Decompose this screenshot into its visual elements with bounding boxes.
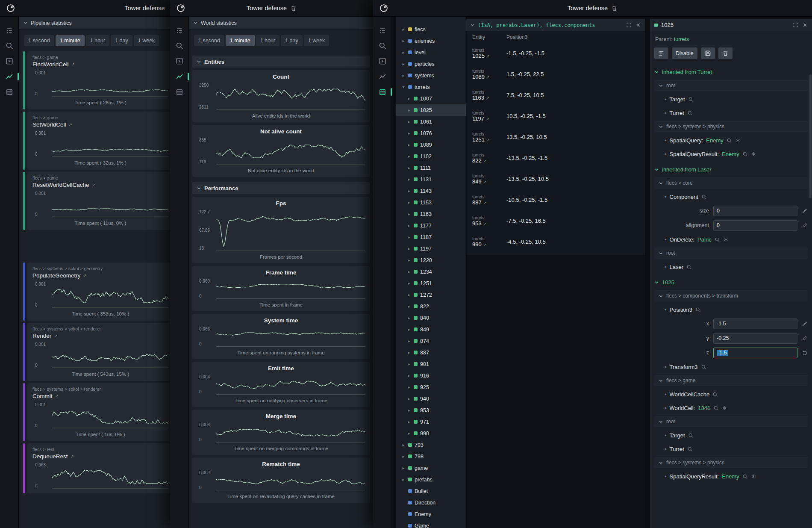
wildcard-icon[interactable] xyxy=(735,138,741,143)
tree-item-enemies[interactable]: ▸enemies xyxy=(396,35,466,47)
delete-world-icon[interactable] xyxy=(290,5,297,12)
external-link-icon[interactable]: ↗ xyxy=(483,180,486,184)
table-row-1197[interactable]: turrets1197 ↗10.5, -0.25, -1.5 xyxy=(466,106,645,127)
search-icon[interactable] xyxy=(742,151,748,157)
tree-item-enemy[interactable]: Enemy xyxy=(396,508,466,520)
component-group-root[interactable]: root xyxy=(654,80,808,91)
disable-button[interactable]: Disable xyxy=(672,47,697,59)
tab-1-minute[interactable]: 1 minute xyxy=(226,35,255,46)
expand-arrow-icon[interactable]: ▸ xyxy=(407,212,411,216)
expand-arrow-icon[interactable]: ▸ xyxy=(407,396,411,401)
tab-1-week[interactable]: 1 week xyxy=(134,35,159,46)
tab-1-day[interactable]: 1 day xyxy=(111,35,132,46)
flecs-logo-icon[interactable] xyxy=(379,3,388,13)
external-link-icon[interactable]: ↗ xyxy=(486,96,489,100)
external-link-icon[interactable]: ↗ xyxy=(71,454,74,459)
component-item-target[interactable]: •Target xyxy=(654,428,808,442)
section-header-performance[interactable]: Performance xyxy=(192,182,370,194)
tab-1-day[interactable]: 1 day xyxy=(281,35,303,46)
close-icon[interactable] xyxy=(802,22,808,28)
tree-item-849[interactable]: ▸849 xyxy=(396,324,466,335)
external-link-icon[interactable]: ↗ xyxy=(486,54,490,59)
component-item-component[interactable]: •Component xyxy=(654,190,808,204)
tree-item-flecs[interactable]: ▸flecs xyxy=(396,24,466,35)
component-group-root[interactable]: root xyxy=(654,416,808,427)
expand-arrow-icon[interactable]: ▸ xyxy=(407,119,411,124)
expand-arrow-icon[interactable]: ▸ xyxy=(401,477,406,482)
external-link-icon[interactable]: ↗ xyxy=(483,201,486,205)
table-row-953[interactable]: turrets953 ↗-7.5, -0.25, 16.5 xyxy=(466,210,645,231)
component-item-worldcell[interactable]: •WorldCell:1341 xyxy=(654,401,808,415)
tree-item-1089[interactable]: ▸1089 xyxy=(396,139,466,150)
tree-item-1076[interactable]: ▸1076 xyxy=(396,127,466,139)
undo-icon[interactable] xyxy=(802,350,808,356)
expand-arrow-icon[interactable]: ▸ xyxy=(407,246,411,251)
expand-arrow-icon[interactable]: ▸ xyxy=(407,200,411,205)
expand-arrow-icon[interactable]: ▸ xyxy=(401,454,406,459)
tree-item-953[interactable]: ▸953 xyxy=(396,404,466,416)
wildcard-icon[interactable] xyxy=(751,151,756,157)
component-item-turret[interactable]: •Turret xyxy=(654,442,808,456)
search-icon[interactable] xyxy=(727,138,732,143)
expand-arrow-icon[interactable]: ▸ xyxy=(407,339,411,343)
expand-arrow-icon[interactable]: ▸ xyxy=(407,373,411,378)
edit-icon[interactable] xyxy=(802,335,808,341)
tree-item-925[interactable]: ▸925 xyxy=(396,381,466,393)
tree-item-887[interactable]: ▸887 xyxy=(396,347,466,358)
tree-item-971[interactable]: ▸971 xyxy=(396,416,466,428)
expand-arrow-icon[interactable]: ▸ xyxy=(407,189,411,193)
field-input-size[interactable]: 0 xyxy=(713,206,797,216)
search-icon[interactable] xyxy=(701,364,706,370)
expand-arrow-icon[interactable]: ▸ xyxy=(407,154,411,159)
tree-item-1061[interactable]: ▸1061 xyxy=(396,116,466,127)
table-row-822[interactable]: turrets822 ↗-13.5, -0.25, -1.5 xyxy=(466,147,645,168)
tree-item-1163[interactable]: ▸1163 xyxy=(396,208,466,220)
component-item-spatialquery[interactable]: •SpatialQuery:Enemy xyxy=(654,133,808,147)
expand-arrow-icon[interactable]: ▸ xyxy=(407,281,411,286)
tree-item-1025[interactable]: ▸1025 xyxy=(396,104,466,116)
expand-arrow-icon[interactable]: ▸ xyxy=(407,177,411,182)
tree-item-916[interactable]: ▸916 xyxy=(396,370,466,381)
tree-item-1251[interactable]: ▸1251 xyxy=(396,277,466,289)
inspector-icon[interactable] xyxy=(5,57,14,65)
tree-item-1131[interactable]: ▸1131 xyxy=(396,174,466,185)
pipeline-panel-header[interactable]: Pipeline statistics xyxy=(19,17,177,29)
field-input-z[interactable]: -1.5 xyxy=(713,348,797,358)
edit-icon[interactable] xyxy=(802,208,808,214)
world-panel-header[interactable]: World statistics xyxy=(189,17,373,29)
expand-arrow-icon[interactable]: ▸ xyxy=(407,385,411,389)
entities-icon[interactable] xyxy=(5,26,14,35)
tree-item-particles[interactable]: ▸particles xyxy=(396,58,466,70)
expand-arrow-icon[interactable]: ▸ xyxy=(407,269,411,274)
expand-arrow-icon[interactable]: ▸ xyxy=(407,258,411,263)
expand-arrow-icon[interactable]: ▸ xyxy=(407,235,411,239)
tab-1-second[interactable]: 1 second xyxy=(24,35,54,46)
external-link-icon[interactable]: ↗ xyxy=(54,333,57,338)
tab-1-hour[interactable]: 1 hour xyxy=(86,35,109,46)
expand-arrow-icon[interactable]: ▸ xyxy=(407,131,411,136)
tree-item-prefabs[interactable]: ▸prefabs xyxy=(396,474,466,485)
search-icon[interactable] xyxy=(688,433,694,438)
section-header-entities[interactable]: Entities xyxy=(192,56,370,68)
component-group-flecs-systems-physics[interactable]: flecs > systems > physics xyxy=(654,457,808,468)
tree-item-turrets[interactable]: ▾turrets xyxy=(396,81,466,93)
inspector-icon[interactable] xyxy=(378,57,387,65)
search-icon[interactable] xyxy=(712,392,718,397)
tree-item-990[interactable]: ▸990 xyxy=(396,428,466,439)
tree-item-793[interactable]: ▸793 xyxy=(396,439,466,451)
table-row-849[interactable]: turrets849 ↗-13.5, -0.25, 10.5 xyxy=(466,168,645,189)
field-input-x[interactable]: -1.5 xyxy=(713,319,797,329)
search-icon[interactable] xyxy=(742,474,748,479)
search-icon[interactable] xyxy=(687,110,693,116)
tree-item-1177[interactable]: ▸1177 xyxy=(396,220,466,231)
tables-icon[interactable] xyxy=(175,88,184,96)
expand-arrow-icon[interactable]: ▸ xyxy=(407,408,411,413)
close-icon[interactable] xyxy=(635,22,641,28)
tables-icon[interactable] xyxy=(5,88,14,96)
external-link-icon[interactable]: ↗ xyxy=(486,75,490,80)
query-icon[interactable] xyxy=(378,41,387,50)
tables-icon[interactable] xyxy=(378,88,387,96)
expand-arrow-icon[interactable]: ▸ xyxy=(407,419,411,424)
scrollbar-thumb[interactable] xyxy=(809,74,812,198)
search-icon[interactable] xyxy=(713,405,719,411)
